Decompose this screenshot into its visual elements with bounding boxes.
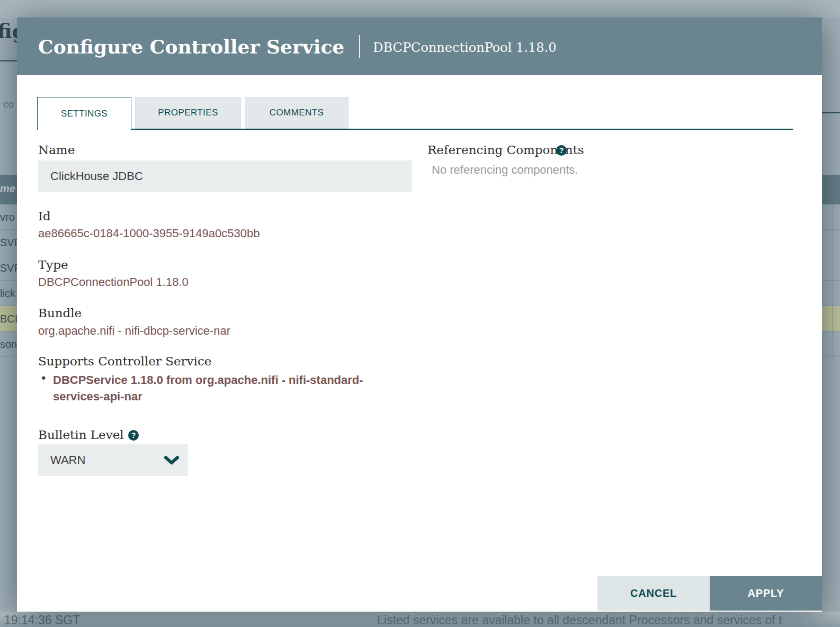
- dialog-subtitle: DBCPConnectionPool 1.18.0: [373, 38, 556, 55]
- title-divider: [359, 35, 360, 58]
- tab-underline: [37, 129, 793, 130]
- nifi-app: fig co me vro SVF SVF lick BCI son 19:14…: [0, 0, 840, 627]
- bulletin-level-label: Bulletin Level: [38, 428, 124, 442]
- id-value: ae86665c-0184-1000-3955-9149a0c530bb: [38, 227, 260, 240]
- background-table-header-fragment: me: [0, 183, 15, 195]
- bundle-value: org.apache.nifi - nifi-dbcp-service-nar: [38, 324, 230, 338]
- tab-settings-label: SETTINGS: [61, 109, 108, 119]
- bulletin-level-value: WARN: [38, 453, 164, 467]
- bulletin-level-select[interactable]: WARN: [38, 444, 188, 476]
- tab-properties-label: PROPERTIES: [158, 108, 218, 118]
- no-referencing-components-text: No referencing components.: [432, 163, 578, 177]
- name-input[interactable]: [38, 160, 412, 192]
- chevron-down-icon: [164, 456, 179, 465]
- bundle-label: Bundle: [38, 306, 82, 320]
- status-message: Listed services are available to all des…: [377, 613, 782, 627]
- tab-properties[interactable]: PROPERTIES: [135, 97, 241, 129]
- bulletin-level-help-icon[interactable]: ?: [128, 430, 139, 441]
- type-label: Type: [38, 258, 68, 272]
- name-label: Name: [38, 143, 75, 157]
- configure-controller-service-dialog: Configure Controller Service DBCPConnect…: [17, 17, 822, 612]
- type-value: DBCPConnectionPool 1.18.0: [38, 275, 189, 289]
- apply-button-label: APPLY: [748, 587, 784, 599]
- supported-service-link[interactable]: DBCPService 1.18.0 from org.apache.nifi …: [53, 372, 400, 405]
- background-column-divider: [832, 204, 833, 357]
- dialog-header: Configure Controller Service DBCPConnect…: [17, 17, 822, 75]
- tab-comments-label: COMMENTS: [270, 108, 324, 118]
- background-text-fragment: co: [3, 98, 14, 110]
- dialog-title: Configure Controller Service: [38, 35, 344, 58]
- referencing-components-help-icon[interactable]: ?: [556, 145, 567, 156]
- background-top-strip: [0, 0, 840, 17]
- tab-comments[interactable]: COMMENTS: [245, 97, 348, 129]
- apply-button[interactable]: APPLY: [710, 576, 822, 611]
- supports-controller-service-label: Supports Controller Service: [38, 354, 211, 368]
- background-status-bar: 19:14:36 SGT Listed services are availab…: [0, 612, 840, 627]
- cancel-button-label: CANCEL: [630, 587, 677, 599]
- bullet-icon: •: [41, 371, 46, 386]
- id-label: Id: [38, 209, 51, 223]
- tab-settings[interactable]: SETTINGS: [37, 97, 131, 130]
- cancel-button[interactable]: CANCEL: [597, 576, 710, 611]
- status-time: 19:14:36 SGT: [4, 613, 80, 627]
